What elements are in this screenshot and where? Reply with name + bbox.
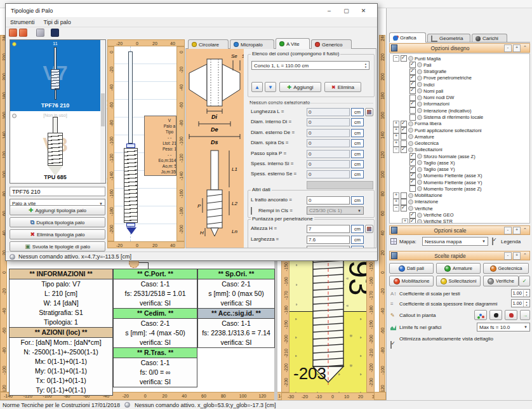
tab-circolare[interactable]: Circolare: [188, 39, 229, 49]
tree-item-nomi-pali[interactable]: Nomi pali: [391, 88, 529, 94]
mappa-select[interactable]: Nessuna mappa▼: [422, 237, 488, 246]
maximize-button[interactable]: ▢: [338, 6, 355, 15]
export-file-icon[interactable]: [9, 29, 17, 37]
expand-button[interactable]: +: [513, 44, 521, 52]
duplica-tipologia-palo-button[interactable]: ⧉Duplica tipologia palo: [10, 217, 105, 227]
expander-icon[interactable]: −: [393, 205, 399, 211]
collapse-icon[interactable]: ⌃: [522, 253, 528, 259]
elimina-concio-button[interactable]: ✖Elimina: [324, 82, 361, 92]
expander-icon[interactable]: +: [393, 192, 399, 199]
ottimizza-checkbox[interactable]: [390, 341, 392, 349]
expander-icon[interactable]: +: [393, 127, 399, 133]
tree-item-pali[interactable]: Pali: [391, 62, 529, 68]
field-input-altezza-h[interactable]: 7: [307, 225, 350, 233]
limite-select[interactable]: Max fs = 10.0▼: [477, 323, 530, 332]
expander-icon[interactable]: +: [393, 199, 399, 205]
tab-carichi[interactable]: Carichi: [472, 34, 507, 43]
close-button[interactable]: ✕: [355, 6, 372, 15]
callout-green-arrow-button[interactable]: →: [520, 310, 530, 320]
spinner-arrows-icon[interactable]: ▲▼: [523, 300, 529, 307]
tab-a-vite[interactable]: A Vite: [276, 38, 310, 49]
scelte-rapide-header[interactable]: Scelte rapide -+⌃: [389, 251, 530, 260]
tab-geometria[interactable]: Geometria: [427, 34, 470, 43]
tab-grafica[interactable]: Grafica: [389, 32, 426, 43]
visibility-checkbox[interactable]: [409, 62, 416, 68]
field-input-spessore[interactable]: 0.8: [307, 246, 350, 248]
menu-tipi-di-palo[interactable]: Tipi di palo: [44, 19, 71, 25]
armature-button[interactable]: Armature: [436, 263, 481, 274]
tree-item-momento-torcente-asse-z[interactable]: Momento Torcente (asse Z): [391, 185, 529, 192]
field-input-lunghezza-l[interactable]: 0: [307, 108, 350, 116]
coeff-testi-spinner[interactable]: 1.00▲▼: [511, 289, 530, 297]
field-input-spess-interno-si[interactable]: 0: [307, 160, 350, 168]
field-input-l-tratto-ancorato[interactable]: 0: [307, 196, 350, 204]
shrink-button[interactable]: -: [504, 44, 512, 52]
dati-pali-button[interactable]: Dati pali: [389, 263, 434, 274]
tree-item-verifiche[interactable]: −Verifiche: [391, 205, 529, 211]
dialog-title-bar[interactable]: Tipologie di Palo – ▢ ✕: [6, 4, 377, 17]
tree-item-punti-applicazione-sollecitazioni[interactable]: +Punti applicazione sollecitazioni: [391, 127, 529, 133]
visibility-checkbox[interactable]: [409, 107, 416, 114]
expander-icon[interactable]: +: [393, 121, 399, 127]
concio-select[interactable]: Concio 1, L = 110.00 cm▲▼: [251, 61, 369, 70]
elimina-tipologia-palo-button[interactable]: ✖Elimina tipologia palo: [10, 229, 105, 239]
field-input-larghezza[interactable]: 7.6: [307, 236, 350, 244]
visibility-checkbox[interactable]: [401, 205, 407, 211]
visibility-checkbox[interactable]: [401, 127, 407, 133]
visibility-checkbox[interactable]: [409, 88, 416, 94]
aggiungi-tipologia-palo-button[interactable]: ✚Aggiungi tipologia palo: [10, 205, 105, 215]
tree-item-interazione-indicativo[interactable]: Interazione (indicativo): [391, 107, 529, 114]
tree-item-armature[interactable]: +Armature: [391, 133, 529, 140]
visibility-checkbox[interactable]: [409, 218, 416, 224]
apply-check-button[interactable]: ✓: [519, 276, 530, 286]
tree-item-interazione[interactable]: +Interazione: [391, 199, 529, 205]
tree-item-momento-flettente-asse-y[interactable]: Momento Flettente (asse Y): [391, 179, 529, 185]
visibility-checkbox[interactable]: [409, 101, 416, 107]
callout-points-button[interactable]: [474, 310, 487, 320]
visibility-checkbox[interactable]: [409, 159, 416, 166]
pile-type-card-v7[interactable]: 11V7TPF76 210: [10, 40, 100, 111]
tree-item-mobilitazione[interactable]: +Mobilitazione: [391, 192, 529, 199]
tree-item-informazioni[interactable]: Informazioni: [391, 101, 529, 107]
collapse-icon[interactable]: ⌃: [522, 45, 528, 51]
shrink-button[interactable]: -: [504, 252, 512, 260]
field-input-spess-esterno-se[interactable]: 0: [307, 170, 350, 178]
section-view-icon[interactable]: [51, 29, 59, 37]
field-input-passo-spira-p[interactable]: 0: [307, 150, 350, 158]
visibility-checkbox[interactable]: [409, 185, 416, 192]
visibility-checkbox[interactable]: [401, 133, 407, 140]
aggiungi-concio-button[interactable]: ✚Aggiungi: [279, 82, 321, 92]
callout-red-button[interactable]: [505, 310, 517, 320]
opzioni-disegno-header[interactable]: Opzioni disegno -+⌃: [389, 43, 530, 53]
expand-button[interactable]: +: [513, 227, 521, 234]
minimize-button[interactable]: –: [321, 6, 338, 15]
tab-micropalo[interactable]: Micropalo: [230, 39, 274, 49]
pile-name-input[interactable]: [10, 187, 105, 196]
expander-icon[interactable]: +: [393, 133, 399, 140]
riempi-checkbox[interactable]: [251, 207, 252, 215]
sollecitazioni-button[interactable]: Sollecitazioni: [436, 276, 481, 286]
pile-type-card-v8[interactable]: [Non in uso]V8TPU 685: [10, 112, 100, 183]
tree-item-verifiche-str[interactable]: +Verifiche STR: [391, 218, 529, 224]
tree-item-taglio-asse-x[interactable]: Taglio (asse X): [391, 159, 529, 166]
field-input-diam-interno-di[interactable]: 0: [307, 118, 350, 126]
expander-icon[interactable]: −: [393, 147, 399, 153]
verifiche-button[interactable]: Verifiche: [483, 276, 519, 286]
spinner-arrows-icon[interactable]: ▲▼: [364, 62, 367, 69]
geotecnica-button[interactable]: Geotecnica: [483, 263, 529, 274]
visibility-checkbox[interactable]: [409, 212, 416, 218]
field-extra-button[interactable]: [365, 108, 373, 116]
tree-item-geotecnica[interactable]: +Geotecnica: [391, 140, 529, 146]
legenda-checkbox[interactable]: [492, 238, 493, 245]
coeff-linee-spinner[interactable]: 1.00▲▼: [511, 299, 530, 307]
visibility-checkbox[interactable]: [401, 192, 407, 199]
collapse-icon[interactable]: ⌃: [522, 227, 528, 234]
eraser-icon[interactable]: [36, 29, 44, 37]
expander-icon[interactable]: +: [393, 140, 399, 147]
tree-item-forma-libera[interactable]: +Forma libera: [391, 121, 529, 127]
visibility-checkbox[interactable]: [401, 147, 407, 153]
expander-icon[interactable]: +: [402, 218, 408, 224]
tab-generico[interactable]: Generico: [311, 39, 352, 49]
import-file-icon[interactable]: [19, 29, 27, 37]
visibility-checkbox[interactable]: [401, 55, 407, 62]
